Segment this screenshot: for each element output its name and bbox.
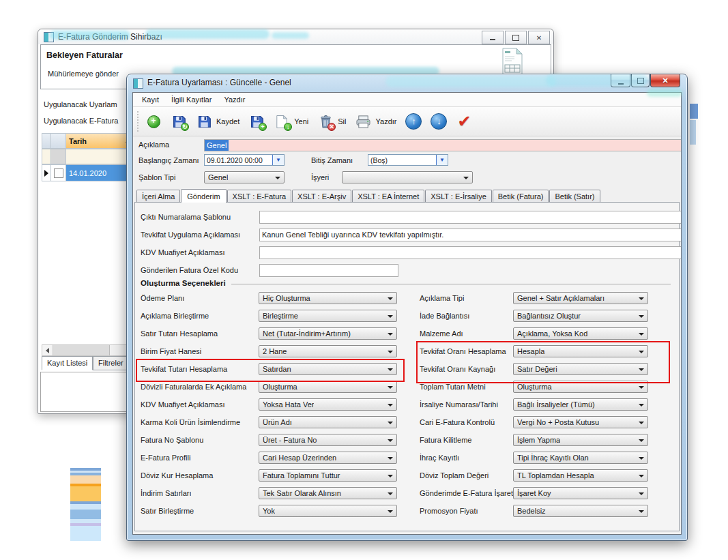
fg-minimize-button[interactable] [611,74,630,87]
menu-item-0[interactable]: Kayıt [136,93,165,106]
new-document-icon: ↓ [274,113,290,130]
chevron-down-icon [639,386,644,389]
bg-maximize-button[interactable] [505,31,527,44]
menu-bar: Kayıtİlgili KayıtlarYazdır [133,93,681,107]
text-field-row: KDV Muafiyet Açıklaması [135,246,679,261]
option-label: İade Bağlantısı [420,312,469,320]
save-add-button[interactable]: + [248,113,265,130]
chevron-down-icon [639,492,644,495]
pending-invoices-subtext: Mühürlemeye gönder [48,70,119,78]
bitis-zamani-label: Bitiş Zamanı [311,156,353,164]
tab-filtreler[interactable]: Filtreler [93,356,129,370]
fg-maximize-button[interactable] [631,74,650,87]
menu-item-2[interactable]: Yazdır [218,93,251,106]
field-input[interactable] [259,211,682,224]
option-label: İhraç Kayıtlı [420,454,459,462]
tab-7[interactable]: Betik (Satır) [549,190,600,202]
bg-close-button[interactable]: ✕ [528,31,550,44]
option-label: Malzeme Adı [420,329,463,338]
print-button[interactable]: Yazdır [355,113,397,130]
option-right-1-dropdown[interactable]: Bağlantısız Oluştur [513,310,648,322]
move-down-button[interactable]: ↓ [431,113,447,130]
chevron-down-icon [639,457,644,460]
pending-invoices-heading: Bekleyen Faturalar [46,50,123,60]
dropdown-value: İşaret Koy [517,489,551,497]
aciklama-input[interactable]: Genel [204,139,682,151]
tab-2[interactable]: XSLT : E-Fatura [227,190,291,202]
chevron-down-icon [639,510,644,513]
option-right-7-dropdown[interactable]: Vergi No + Posta Kutusu [513,416,648,428]
option-label: Fatura Kilitleme [420,436,471,444]
save-add-icon: + [248,113,265,130]
background-fragment [690,104,698,119]
sablon-tipi-dropdown[interactable]: Genel [204,171,285,183]
toolbar: + ↻ Kaydet + ↓ Yeni ✕ Sil [133,107,681,136]
option-right-10-dropdown[interactable]: TL Toplamdan Hesapla [513,469,648,482]
calendar-dropdown-icon[interactable]: ▼ [272,155,284,165]
option-label: Toplam Tutarı Metni [420,383,486,391]
tab-0[interactable]: İçeri Alma [136,190,180,202]
chevron-down-icon [639,315,644,318]
tab-kayit-listesi[interactable]: Kayıt Listesi [42,356,93,370]
isyeri-dropdown[interactable] [342,171,473,183]
field-label: Tevkifat Uygulama Açıklaması [141,231,240,239]
cell-tarih[interactable]: 14.01.2020 [66,164,134,181]
print-icon [355,113,372,130]
dropdown-value: Bedelsiz [517,507,546,515]
scrollbar-thumb[interactable] [53,345,110,355]
app-window-icon [44,32,54,42]
option-right-6-dropdown[interactable]: Bağlı İrsaliyeler (Tümü) [513,398,648,411]
new-record-button[interactable]: + [145,113,162,130]
new-document-button[interactable]: ↓ Yeni [274,113,308,130]
option-row: Promosyon FiyatıBedelsiz [135,503,679,520]
save-refresh-button[interactable]: ↻ [171,113,187,130]
arrow-left-icon [46,348,49,353]
chevron-down-icon [275,177,280,179]
option-label: Gönderimde E-Fatura İşareti [420,489,514,497]
chevron-down-icon [639,439,644,442]
dropdown-value: Bağlantısız Oluştur [517,312,581,320]
field-input[interactable] [259,264,398,277]
tab-6[interactable]: Betik (Fatura) [493,190,549,202]
aciklama-selected-text: Genel [205,140,229,151]
gonderim-tab-panel: Çıktı Numaralama ŞablonuTevkifat Uygulam… [134,202,680,531]
tab-4[interactable]: XSLT : EA İnternet [352,190,424,202]
option-right-0-dropdown[interactable]: Genel + Satır Açıklamaları [513,292,648,304]
save-button[interactable]: Kaydet [196,113,239,130]
tab-5[interactable]: XSLT : E-İrsaliye [425,190,492,202]
option-right-8-dropdown[interactable]: İşlem Yapma [513,434,648,446]
confirm-button[interactable]: ✔ [456,113,472,130]
option-right-9-dropdown[interactable]: Tipi İhraç Kayıtlı Olan [513,452,648,464]
menu-item-1[interactable]: İlgili Kayıtlar [165,93,218,106]
field-input[interactable]: Kanun Genel Tebliği uyarınca KDV tevkifa… [259,229,682,241]
window-efatura-uyarlamasi: E-Fatura Uyarlaması : Güncelle - Genel ✕… [126,74,688,541]
uygulanacak-uyarlama-label: Uygulanacak Uyarlam [44,100,117,108]
scroll-left-button[interactable] [42,345,53,355]
bg-minimize-button[interactable] [482,31,504,44]
dropdown-value: Genel + Satır Açıklamaları [517,294,605,302]
chevron-down-icon [639,475,644,477]
fg-window-titlebar[interactable]: E-Fatura Uyarlaması : Güncelle - Genel [127,74,687,92]
sablon-tipi-label: Şablon Tipi [139,173,175,181]
group-header: Oluşturma Seçenekleri [141,279,671,287]
text-field-row: Gönderilen Fatura Özel Kodu [135,264,679,279]
horizontal-scrollbar[interactable] [42,344,139,356]
option-right-11-dropdown[interactable]: İşaret Koy [513,487,648,499]
option-right-12-dropdown[interactable]: Bedelsiz [513,505,648,517]
option-right-2-dropdown[interactable]: Açıklama, Yoksa Kod [513,327,648,340]
move-up-button[interactable]: ↑ [405,113,422,130]
annotation-box-right [416,341,670,383]
bg-window-titlebar[interactable]: E-Fatura Gönderim Sihirbazı [38,29,553,44]
tab-3[interactable]: XSLT : E-Arşiv [292,190,351,202]
header-fields: Açıklama Genel Başlangıç Zamanı 09.01.20… [133,136,681,187]
bitis-zamani-dropdown[interactable]: (Boş)▼ [368,154,448,166]
text-field-row: Çıktı Numaralama Şablonu [135,211,679,226]
column-header-tarih[interactable]: Tarih [66,133,134,149]
delete-button[interactable]: ✕ Sil [317,113,346,130]
field-input[interactable] [259,246,682,259]
fg-close-button[interactable]: ✕ [650,74,680,87]
calendar-dropdown-icon[interactable]: ▼ [436,155,448,165]
baslangic-zamani-dropdown[interactable]: 09.01.2020 00:00▼ [204,154,285,166]
row-checkbox[interactable] [54,168,63,178]
tab-1[interactable]: Gönderim [181,189,226,203]
